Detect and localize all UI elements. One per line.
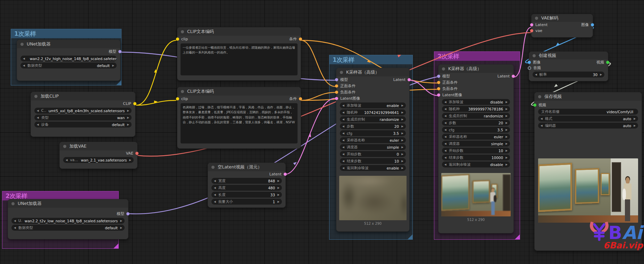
next-arrow-icon[interactable]: ▶ bbox=[129, 158, 131, 162]
prev-arrow-icon[interactable]: ◀ bbox=[444, 107, 446, 110]
node-empty-latent-video[interactable]: 空Latent视频（混元） Latent ◀宽度848▶ ◀高度480▶ ◀长度… bbox=[208, 163, 286, 208]
next-arrow-icon[interactable]: ▶ bbox=[401, 139, 403, 142]
next-arrow-icon[interactable]: ▶ bbox=[634, 124, 636, 127]
collapse-dot-icon[interactable] bbox=[181, 30, 184, 33]
widget-control-after-generate[interactable]: ◀生成后控制randomize▶ bbox=[442, 113, 510, 119]
prev-arrow-icon[interactable]: ◀ bbox=[214, 200, 216, 203]
next-arrow-icon[interactable]: ▶ bbox=[505, 156, 508, 159]
prev-arrow-icon[interactable]: ◀ bbox=[342, 152, 344, 156]
widget-scheduler[interactable]: ◀调度器simple▶ bbox=[340, 144, 406, 150]
widget-unet-name[interactable]: ◀UNet名称wan2.2_t2v_high_noise_14B_fp8_sca… bbox=[20, 56, 117, 61]
next-arrow-icon[interactable]: ▶ bbox=[401, 159, 403, 163]
prev-arrow-icon[interactable]: ◀ bbox=[14, 226, 16, 229]
node-title-bar[interactable]: K采样器（高级） bbox=[438, 65, 513, 73]
prev-arrow-icon[interactable]: ◀ bbox=[23, 64, 25, 67]
output-pin-vae[interactable] bbox=[135, 152, 139, 155]
prev-arrow-icon[interactable]: ◀ bbox=[444, 114, 446, 117]
input-pin-model[interactable] bbox=[437, 75, 440, 78]
next-arrow-icon[interactable]: ▶ bbox=[634, 117, 636, 120]
widget-fps[interactable]: ◀帧率30▶ bbox=[533, 72, 604, 77]
collapse-dot-icon[interactable] bbox=[533, 54, 536, 57]
prev-arrow-icon[interactable]: ◀ bbox=[535, 73, 537, 76]
widget-scheduler[interactable]: ◀调度器simple▶ bbox=[442, 141, 510, 147]
output-pin-latent[interactable] bbox=[512, 75, 515, 78]
next-arrow-icon[interactable]: ▶ bbox=[277, 179, 279, 182]
collapse-dot-icon[interactable] bbox=[11, 202, 15, 205]
prev-arrow-icon[interactable]: ◀ bbox=[342, 166, 344, 170]
node-vae-loader[interactable]: 加载VAE VAE ◀vae名 …wan_2.1_vae.safetensors… bbox=[59, 142, 137, 169]
input-pin-video[interactable] bbox=[533, 104, 536, 107]
input-pin-clip[interactable] bbox=[176, 38, 179, 41]
prev-arrow-icon[interactable]: ◀ bbox=[444, 163, 446, 166]
collapse-dot-icon[interactable] bbox=[181, 90, 184, 93]
output-pin-image[interactable] bbox=[591, 23, 594, 26]
prev-arrow-icon[interactable]: ◀ bbox=[14, 219, 16, 222]
widget-batch-size[interactable]: ◀批量大小1▶ bbox=[211, 199, 282, 205]
widget-codec[interactable]: ◀编码器auto▶ bbox=[538, 123, 638, 129]
prompt-textarea[interactable]: 一位参观者正站在一幅画前欣赏，镜头向右移动，跟随她的脚步，展现出她旁边墙上挂着的… bbox=[181, 43, 298, 75]
input-pin-audio[interactable] bbox=[528, 66, 531, 70]
prev-arrow-icon[interactable]: ◀ bbox=[214, 179, 216, 182]
input-pin-clip[interactable] bbox=[176, 97, 179, 100]
prev-arrow-icon[interactable]: ◀ bbox=[342, 159, 344, 163]
prev-arrow-icon[interactable]: ◀ bbox=[214, 186, 216, 189]
prev-arrow-icon[interactable]: ◀ bbox=[541, 117, 543, 120]
node-ksampler-1[interactable]: K采样器（高级） 模型 Latent 正面条件 负面条件 Latent图像 ◀添… bbox=[336, 68, 410, 232]
output-pin-latent[interactable] bbox=[408, 78, 411, 81]
widget-end-step[interactable]: ◀结束步数10000▶ bbox=[442, 155, 510, 160]
widget-seed[interactable]: ◀随机种107424192994641▶ bbox=[340, 109, 406, 115]
next-arrow-icon[interactable]: ▶ bbox=[401, 125, 403, 128]
next-arrow-icon[interactable]: ▶ bbox=[277, 200, 279, 203]
input-pin-model[interactable] bbox=[335, 78, 338, 81]
collapse-dot-icon[interactable] bbox=[20, 43, 24, 46]
prev-arrow-icon[interactable]: ◀ bbox=[342, 132, 344, 135]
next-arrow-icon[interactable]: ▶ bbox=[505, 163, 508, 166]
node-title-bar[interactable]: 保存视频 bbox=[535, 92, 642, 101]
input-pin-positive[interactable] bbox=[335, 84, 338, 88]
node-title-bar[interactable]: VAE解码 bbox=[532, 14, 593, 22]
input-pin-vae[interactable] bbox=[530, 29, 533, 32]
widget-width[interactable]: ◀宽度848▶ bbox=[211, 178, 282, 184]
widget-cfg[interactable]: ◀cfg3.5▶ bbox=[442, 127, 510, 133]
prev-arrow-icon[interactable]: ◀ bbox=[444, 100, 446, 104]
next-arrow-icon[interactable]: ▶ bbox=[401, 152, 403, 156]
output-pin-latent[interactable] bbox=[284, 173, 287, 176]
node-title-bar[interactable]: 加载VAE bbox=[60, 142, 137, 150]
prev-arrow-icon[interactable]: ◀ bbox=[23, 57, 25, 60]
input-pin-latent[interactable] bbox=[530, 23, 533, 26]
node-title-bar[interactable]: CLIP文本编码 bbox=[177, 27, 301, 36]
widget-format[interactable]: ◀格式auto▶ bbox=[538, 116, 638, 122]
prev-arrow-icon[interactable]: ◀ bbox=[444, 142, 446, 145]
prev-arrow-icon[interactable]: ◀ bbox=[37, 123, 39, 126]
collapse-dot-icon[interactable] bbox=[63, 145, 66, 148]
input-pin-latent-image[interactable] bbox=[335, 97, 338, 100]
video-preview[interactable] bbox=[538, 158, 638, 223]
widget-start-step[interactable]: ◀开始步数0▶ bbox=[340, 151, 406, 157]
widget-sampler-name[interactable]: ◀采样器名称euler▶ bbox=[340, 137, 406, 143]
widget-steps[interactable]: ◀步数20▶ bbox=[442, 120, 510, 126]
collapse-dot-icon[interactable] bbox=[442, 67, 445, 71]
next-arrow-icon[interactable]: ▶ bbox=[505, 149, 508, 152]
prev-arrow-icon[interactable]: ◀ bbox=[66, 158, 68, 162]
next-arrow-icon[interactable]: ▶ bbox=[401, 146, 403, 149]
widget-device[interactable]: ◀设备default▶ bbox=[34, 122, 132, 127]
prev-arrow-icon[interactable]: ◀ bbox=[444, 121, 446, 124]
collapse-dot-icon[interactable] bbox=[538, 95, 541, 98]
node-unet-loader-high[interactable]: UNet加载器 模型 ◀UNet名称wan2.2_t2v_high_noise_… bbox=[17, 40, 120, 81]
output-pin-clip[interactable] bbox=[133, 102, 136, 105]
node-ksampler-2[interactable]: K采样器（高级） 模型 Latent 正面条件 负面条件 Latent图像 ◀添… bbox=[438, 64, 514, 233]
widget-dtype[interactable]: ◀数据类型default▶ bbox=[11, 225, 125, 231]
output-pin-video[interactable] bbox=[606, 61, 609, 64]
widget-cfg[interactable]: ◀cfg3.5▶ bbox=[340, 130, 406, 136]
node-title-bar[interactable]: 空Latent视频（混元） bbox=[208, 163, 285, 171]
input-pin-negative[interactable] bbox=[437, 87, 440, 90]
prev-arrow-icon[interactable]: ◀ bbox=[342, 139, 344, 142]
widget-seed[interactable]: ◀随机种389999977678186▶ bbox=[442, 106, 510, 112]
collapse-dot-icon[interactable] bbox=[34, 95, 37, 98]
next-arrow-icon[interactable]: ▶ bbox=[401, 104, 403, 107]
prev-arrow-icon[interactable]: ◀ bbox=[444, 135, 446, 138]
next-arrow-icon[interactable]: ▶ bbox=[505, 121, 508, 124]
next-arrow-icon[interactable]: ▶ bbox=[127, 116, 129, 119]
input-pin-image[interactable] bbox=[528, 61, 531, 64]
widget-add-noise[interactable]: ◀添加噪波enable▶ bbox=[340, 102, 406, 108]
